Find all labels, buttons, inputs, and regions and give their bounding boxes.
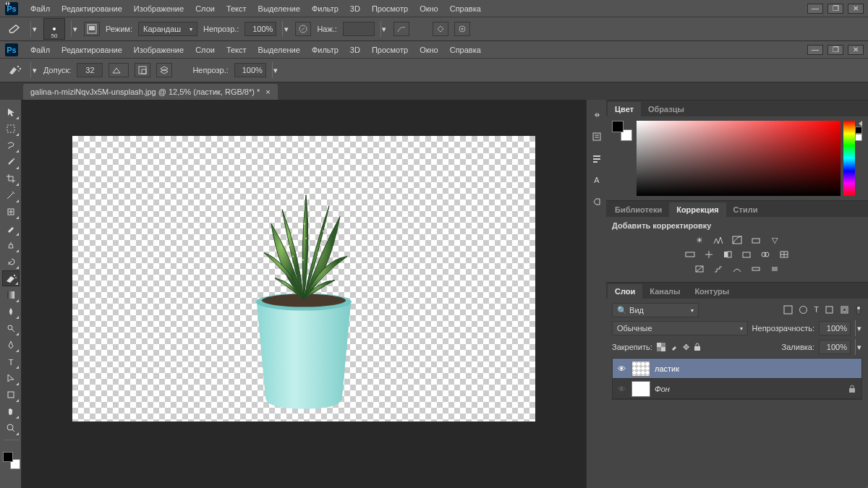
blend-mode-combo-layers[interactable]: Обычные▾: [612, 321, 748, 335]
brush-preset-dropdown[interactable]: ▾: [71, 21, 78, 37]
lasso-tool[interactable]: [2, 137, 20, 153]
clone-stamp-tool[interactable]: [2, 237, 20, 253]
lock-all-icon[interactable]: [694, 343, 701, 352]
panel-color-swatch[interactable]: [612, 121, 632, 141]
tool-preset-dropdown[interactable]: ▾: [30, 21, 38, 37]
properties-panel-icon[interactable]: [590, 152, 603, 165]
swatches-tab[interactable]: Образцы: [641, 102, 692, 116]
opacity-dropdown-2[interactable]: ▾: [272, 62, 279, 78]
sample-all-layers-button[interactable]: [156, 63, 172, 77]
menu-view[interactable]: Просмотр: [366, 46, 414, 54]
menu-3d[interactable]: 3D: [344, 4, 366, 13]
color-balance-adjust-icon[interactable]: [703, 249, 715, 260]
hue-adjust-icon[interactable]: [684, 249, 696, 260]
hand-tool[interactable]: [2, 403, 20, 419]
threshold-adjust-icon[interactable]: [731, 263, 743, 275]
contiguous-button[interactable]: [135, 63, 150, 77]
marquee-tool[interactable]: [2, 121, 20, 137]
filter-pixel-icon[interactable]: [783, 305, 793, 315]
layer-thumbnail[interactable]: [631, 381, 650, 397]
layer-thumbnail[interactable]: [631, 361, 650, 377]
adjustments-tab[interactable]: Коррекция: [669, 202, 726, 217]
zoom-tool[interactable]: [2, 420, 20, 436]
fill-input[interactable]: 100%: [819, 340, 851, 354]
white-swatch[interactable]: [855, 134, 862, 141]
color-tab[interactable]: Цвет: [608, 102, 641, 116]
menu-edit[interactable]: Редактирование: [56, 4, 128, 13]
styles-tab[interactable]: Стили: [726, 202, 765, 217]
layers-tab[interactable]: Слои: [608, 284, 642, 299]
layer-name[interactable]: ластик: [655, 364, 679, 373]
dodge-tool[interactable]: [2, 320, 20, 336]
menu-window[interactable]: Окно: [414, 46, 444, 54]
menu-file[interactable]: Файл: [25, 46, 56, 54]
menu-filter[interactable]: Фильтр: [306, 4, 344, 13]
brush-preview[interactable]: 50: [43, 18, 65, 40]
color-swatch-pair[interactable]: [3, 452, 20, 469]
brightness-adjust-icon[interactable]: ☀: [694, 234, 705, 246]
vibrance-adjust-icon[interactable]: ▽: [769, 234, 780, 246]
channel-mixer-adjust-icon[interactable]: [760, 249, 771, 260]
doc-maximize-button[interactable]: ❐: [827, 45, 843, 55]
filter-smart-icon[interactable]: [840, 305, 849, 315]
channels-tab[interactable]: Каналы: [642, 284, 687, 299]
history-brush-tool[interactable]: [2, 254, 20, 270]
eyedropper-tool[interactable]: [2, 187, 20, 203]
shape-tool[interactable]: [2, 387, 20, 403]
window-minimize-button[interactable]: —: [807, 4, 823, 14]
document-canvas[interactable]: [72, 136, 535, 421]
doc-minimize-button[interactable]: —: [807, 45, 823, 55]
bw-adjust-icon[interactable]: [722, 249, 733, 260]
menu-text[interactable]: Текст: [221, 46, 252, 54]
lock-position-icon[interactable]: ✥: [683, 343, 689, 352]
menu-filter[interactable]: Фильтр: [306, 46, 344, 54]
gradient-map-adjust-icon[interactable]: [750, 263, 762, 275]
layer-row[interactable]: 👁 ластик: [613, 359, 861, 379]
tolerance-input[interactable]: 32: [77, 63, 103, 77]
menu-select[interactable]: Выделение: [252, 46, 306, 54]
exposure-adjust-icon[interactable]: [750, 234, 762, 246]
layer-row[interactable]: 👁 Фон: [613, 379, 861, 399]
doc-close-button[interactable]: ✕: [848, 45, 864, 55]
curves-adjust-icon[interactable]: [731, 234, 743, 246]
character-panel-icon[interactable]: A: [590, 174, 603, 187]
magic-wand-tool[interactable]: [2, 154, 20, 170]
history-panel-icon[interactable]: [590, 130, 603, 143]
lock-pixels-icon[interactable]: [670, 343, 678, 352]
document-tab[interactable]: galina-n-miziNqvJx5M-unsplash.jpg @ 12,5…: [23, 84, 278, 100]
window-close-button[interactable]: ✕: [848, 4, 864, 14]
menu-image[interactable]: Изображение: [128, 4, 190, 13]
menu-help[interactable]: Справка: [444, 46, 487, 54]
opacity-dropdown[interactable]: ▾: [282, 21, 289, 37]
posterize-adjust-icon[interactable]: [712, 263, 724, 275]
pressure-size-button[interactable]: [454, 22, 470, 36]
brush-panel-toggle-button[interactable]: [84, 22, 100, 36]
erase-history-button[interactable]: [433, 22, 448, 36]
pressure-opacity-button[interactable]: [295, 22, 311, 36]
gradient-tool[interactable]: [2, 287, 20, 303]
layer-name[interactable]: Фон: [655, 385, 670, 393]
tool-preset-dropdown-2[interactable]: ▾: [30, 62, 38, 78]
current-tool-icon[interactable]: [6, 21, 25, 37]
menu-help[interactable]: Справка: [444, 4, 487, 13]
filter-toggle[interactable]: [855, 305, 862, 315]
photo-filter-adjust-icon[interactable]: [741, 249, 752, 260]
blend-mode-combo[interactable]: Карандаш▾: [138, 22, 197, 36]
path-selection-tool[interactable]: [2, 370, 20, 386]
brush-tool[interactable]: [2, 221, 20, 236]
levels-adjust-icon[interactable]: [712, 234, 724, 246]
magic-eraser-tool-icon[interactable]: [6, 62, 25, 78]
color-lookup-adjust-icon[interactable]: [778, 249, 790, 260]
hue-slider-thumb-icon[interactable]: [859, 121, 862, 127]
hue-slider[interactable]: [843, 121, 855, 196]
blur-tool[interactable]: [2, 304, 20, 320]
menu-view[interactable]: Просмотр: [366, 4, 414, 13]
toolbar-collapse-rocker[interactable]: [3, 1, 12, 7]
type-tool[interactable]: T: [2, 354, 20, 369]
lock-transparency-icon[interactable]: [657, 343, 665, 352]
menu-edit[interactable]: Редактирование: [56, 46, 128, 54]
airbrush-button[interactable]: [393, 22, 409, 36]
black-swatch[interactable]: [855, 127, 862, 134]
paths-tab[interactable]: Контуры: [687, 284, 736, 299]
menu-layers[interactable]: Слои: [190, 4, 221, 13]
